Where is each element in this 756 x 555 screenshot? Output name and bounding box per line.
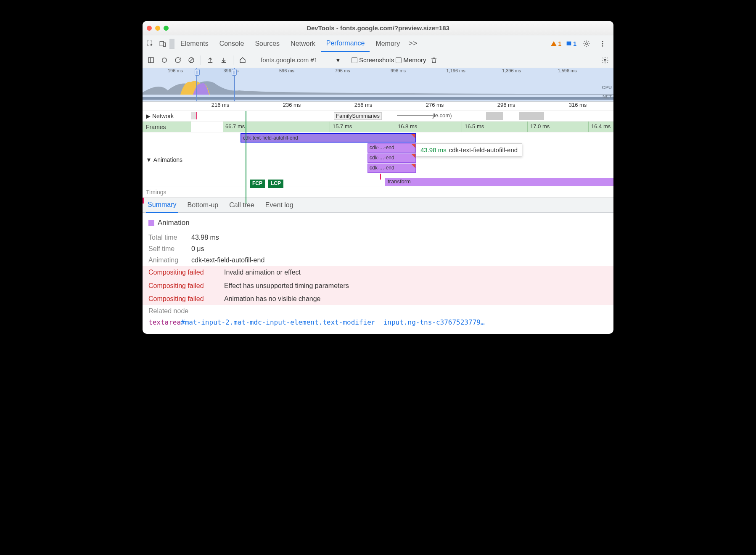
network-track-label[interactable]: ▶ Network <box>143 111 191 121</box>
related-node-link[interactable]: textarea#mat-input-2.mat-mdc-input-eleme… <box>148 317 608 328</box>
animation-bar-selected[interactable]: cdk-text-field-autofill-end <box>241 133 416 143</box>
detail-tab-eventlog[interactable]: Event log <box>264 198 295 213</box>
svg-point-4 <box>586 42 588 45</box>
home-icon[interactable] <box>237 54 248 66</box>
settings-icon[interactable] <box>581 38 592 50</box>
svg-rect-8 <box>148 58 153 63</box>
compositing-failed-row: Compositing failedEffect has unsupported… <box>143 279 613 292</box>
animation-bar[interactable]: cdk-…-end <box>367 164 416 173</box>
frames-track[interactable]: Frames 66.7 ms 15.7 ms 16.8 ms 16.5 ms 1… <box>143 122 613 132</box>
selection-handle-right[interactable]: || <box>232 69 237 76</box>
perf-toolbar: fonts.google.com #1 ▼ Screenshots Memory <box>143 52 613 68</box>
titlebar: DevTools - fonts.google.com/?preview.siz… <box>143 21 613 35</box>
tab-sources[interactable]: Sources <box>250 35 285 52</box>
download-icon[interactable] <box>218 54 230 66</box>
svg-point-7 <box>602 45 603 46</box>
panel-tabs: Elements Console Sources Network Perform… <box>143 35 613 52</box>
network-request[interactable]: FamilySummaries <box>334 112 382 120</box>
compositing-failed-row: Compositing failedAnimation has no visib… <box>143 292 613 305</box>
timings-track[interactable]: Timings FCP LCP <box>143 187 613 198</box>
record-icon[interactable] <box>159 54 170 66</box>
total-time-value: 43.98 ms <box>191 232 219 243</box>
svg-point-6 <box>602 43 603 44</box>
gc-icon[interactable] <box>428 54 440 66</box>
detail-tab-calltree[interactable]: Call tree <box>227 198 256 213</box>
network-track[interactable]: ▶ Network FamilySummaries jle.com) <box>143 111 613 122</box>
detail-tabs: Summary Bottom-up Call tree Event log <box>143 198 613 213</box>
animating-value: cdk-text-field-autofill-end <box>191 254 264 266</box>
animation-bar[interactable]: cdk-…-end <box>367 153 416 163</box>
screenshots-checkbox[interactable]: Screenshots <box>352 56 394 63</box>
time-ruler: 216 ms236 ms256 ms276 ms296 ms316 ms <box>143 102 613 111</box>
svg-point-13 <box>604 59 606 61</box>
toggle-sidebar-icon[interactable] <box>145 54 157 66</box>
summary-panel: Animation Total time43.98 ms Self time0 … <box>143 213 613 334</box>
hover-tooltip: 43.98 mscdk-text-field-autofill-end <box>416 143 522 156</box>
detail-tab-bottomup[interactable]: Bottom-up <box>185 198 220 213</box>
inspect-icon[interactable] <box>144 38 156 50</box>
traffic-lights <box>147 26 169 31</box>
upload-icon[interactable] <box>204 54 216 66</box>
overview-selection[interactable]: || || <box>196 68 235 101</box>
fcp-marker[interactable]: FCP <box>250 180 265 188</box>
close-icon[interactable] <box>147 26 152 31</box>
tab-console[interactable]: Console <box>214 35 249 52</box>
detail-tab-summary[interactable]: Summary <box>146 198 178 213</box>
recording-dropdown[interactable]: fonts.google.com #1 ▼ <box>256 56 344 63</box>
overview-timeline[interactable]: 196 ms396 ms596 ms796 ms996 ms1,196 ms1,… <box>143 68 613 102</box>
tab-network[interactable]: Network <box>285 35 320 52</box>
playhead-line <box>246 111 246 204</box>
cpu-label: CPU <box>602 85 612 90</box>
issues-badge[interactable]: 1 <box>566 40 576 47</box>
animation-swatch-icon <box>148 220 154 226</box>
tab-performance[interactable]: Performance <box>321 35 370 52</box>
svg-line-12 <box>190 58 193 62</box>
tab-elements[interactable]: Elements <box>175 35 214 52</box>
animations-track-label[interactable]: ▼ Animations <box>143 132 191 187</box>
flame-chart[interactable]: ▶ Network FamilySummaries jle.com) Frame… <box>143 111 613 198</box>
kebab-icon[interactable] <box>597 38 608 50</box>
timings-track-label[interactable]: Timings <box>143 187 191 197</box>
window-title: DevTools - fonts.google.com/?preview.siz… <box>143 24 613 32</box>
frames-track-label[interactable]: Frames <box>143 122 191 132</box>
device-toggle-icon[interactable] <box>157 38 169 50</box>
compositing-failed-row: Compositing failedInvalid animation or e… <box>143 266 613 279</box>
devtools-window: DevTools - fonts.google.com/?preview.siz… <box>143 21 613 334</box>
lcp-marker[interactable]: LCP <box>268 180 283 188</box>
selection-handle-left[interactable]: || <box>195 69 200 76</box>
memory-checkbox[interactable]: Memory <box>396 56 426 63</box>
svg-point-10 <box>162 58 167 62</box>
capture-settings-icon[interactable] <box>599 54 611 66</box>
animation-bar[interactable]: cdk-…-end <box>367 143 416 153</box>
clear-icon[interactable] <box>185 54 197 66</box>
zoom-icon[interactable] <box>164 26 169 31</box>
reload-record-icon[interactable] <box>172 54 184 66</box>
animations-track[interactable]: ▼ Animations cdk-text-field-autofill-end… <box>143 132 613 187</box>
svg-point-5 <box>602 41 603 42</box>
net-label: NET <box>603 94 612 99</box>
related-node-label: Related node <box>148 305 608 317</box>
more-tabs-icon[interactable]: >> <box>406 39 420 48</box>
transform-bar[interactable]: transform <box>385 178 613 186</box>
tab-memory[interactable]: Memory <box>370 35 405 52</box>
warnings-badge[interactable]: 1 <box>550 40 561 47</box>
minimize-icon[interactable] <box>155 26 160 31</box>
svg-rect-3 <box>567 41 571 45</box>
summary-title: Animation <box>148 217 608 229</box>
self-time-value: 0 μs <box>191 243 204 254</box>
